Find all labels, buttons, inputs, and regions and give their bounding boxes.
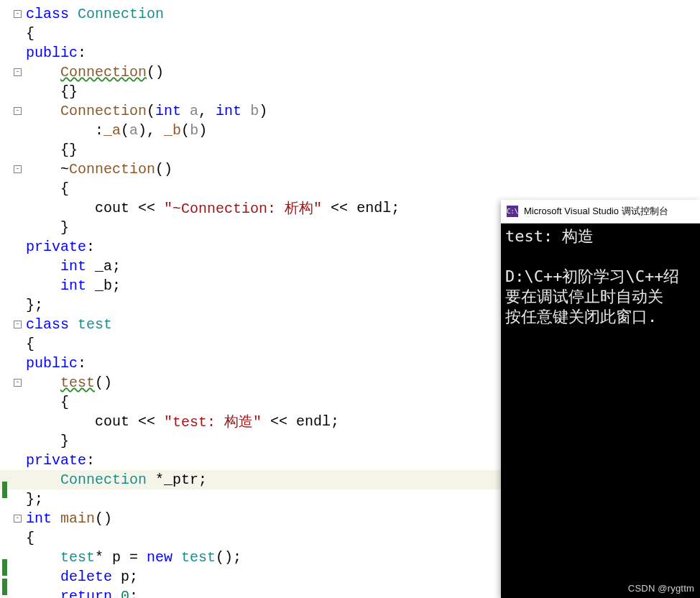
token: ( xyxy=(121,122,129,139)
code-text[interactable]: { xyxy=(24,336,34,352)
token: return xyxy=(60,588,112,598)
token: a xyxy=(181,103,198,119)
code-text[interactable]: class test xyxy=(24,316,112,333)
code-text[interactable]: { xyxy=(24,180,69,197)
token: class xyxy=(26,316,78,333)
code-line[interactable]: :_a(a), _b(b) xyxy=(0,121,700,140)
code-text[interactable]: ~Connection() xyxy=(24,161,172,178)
code-line[interactable]: -class Connection xyxy=(0,4,700,24)
code-text[interactable]: {} xyxy=(24,142,78,158)
token: () xyxy=(155,161,172,178)
token: }; xyxy=(26,491,43,507)
code-text[interactable]: }; xyxy=(24,491,43,507)
token: test xyxy=(78,316,112,333)
code-line[interactable]: - Connection() xyxy=(0,63,700,82)
code-text[interactable]: test* p = new test(); xyxy=(24,549,241,566)
code-text[interactable]: private: xyxy=(24,239,95,255)
fold-toggle-icon[interactable]: - xyxy=(14,321,22,328)
token: cout xyxy=(26,413,138,430)
code-text[interactable]: } xyxy=(24,433,69,449)
code-text[interactable]: int _a; xyxy=(24,258,121,275)
token: : xyxy=(78,355,86,372)
code-text[interactable]: { xyxy=(24,530,34,546)
gutter: - xyxy=(0,68,24,76)
token: ; xyxy=(129,588,138,598)
token: * xyxy=(147,472,164,488)
code-line[interactable]: {} xyxy=(0,82,700,101)
code-text[interactable]: {} xyxy=(24,83,78,100)
token: ), xyxy=(138,122,164,139)
token xyxy=(262,413,270,430)
code-text[interactable]: private: xyxy=(24,452,95,469)
code-text[interactable]: Connection(int a, int b) xyxy=(24,103,267,119)
code-line[interactable]: { xyxy=(0,179,700,198)
token xyxy=(26,549,60,566)
code-text[interactable]: { xyxy=(24,25,34,42)
token: int xyxy=(155,103,181,119)
token: : xyxy=(26,122,103,139)
console-output[interactable]: test: 构造 D:\C++初阶学习\C++绍 要在调试停止时自动关 按任意键… xyxy=(501,224,700,330)
token xyxy=(26,258,60,275)
token: () xyxy=(95,510,112,527)
token xyxy=(26,103,60,119)
token: "test: 构造" xyxy=(164,412,262,431)
code-text[interactable]: class Connection xyxy=(24,6,164,22)
token xyxy=(26,374,60,391)
code-line[interactable]: { xyxy=(0,24,700,43)
token: () xyxy=(95,374,112,391)
token: _b; xyxy=(86,277,121,294)
code-text[interactable]: delete p; xyxy=(24,569,138,585)
console-app-icon: C:\ xyxy=(507,206,518,217)
code-text[interactable]: int main() xyxy=(24,510,112,527)
token: Connection xyxy=(60,472,147,488)
code-text[interactable]: Connection() xyxy=(24,64,164,80)
token: : xyxy=(86,239,95,255)
token: << xyxy=(138,413,155,430)
code-line[interactable]: public: xyxy=(0,43,700,63)
token xyxy=(112,588,121,598)
gutter: - xyxy=(0,321,24,328)
token: int xyxy=(60,277,86,294)
fold-toggle-icon[interactable]: - xyxy=(14,379,22,387)
code-text[interactable]: public: xyxy=(24,45,86,61)
token xyxy=(52,510,60,527)
code-text[interactable]: int _b; xyxy=(24,277,121,294)
code-text[interactable]: :_a(a), _b(b) xyxy=(24,122,207,139)
token: {} xyxy=(26,142,78,158)
gutter: - xyxy=(0,379,24,387)
token: endl; xyxy=(348,200,400,216)
fold-toggle-icon[interactable]: - xyxy=(14,515,22,523)
token: ) xyxy=(198,122,207,139)
code-text[interactable]: Connection *_ptr; xyxy=(24,472,207,488)
code-text[interactable]: test() xyxy=(24,374,112,391)
code-text[interactable]: public: xyxy=(24,355,86,372)
code-text[interactable]: cout << "~Connection: 析构" << endl; xyxy=(24,198,400,218)
token: ~ xyxy=(26,161,69,178)
token: : xyxy=(86,452,95,469)
code-text[interactable]: return 0; xyxy=(24,588,138,598)
token: ) xyxy=(259,103,267,119)
fold-toggle-icon[interactable]: - xyxy=(14,107,22,115)
code-text[interactable]: cout << "test: 构造" << endl; xyxy=(24,412,339,431)
token xyxy=(26,64,60,80)
fold-toggle-icon[interactable]: - xyxy=(14,68,22,76)
code-text[interactable]: { xyxy=(24,394,69,410)
console-titlebar[interactable]: C:\ Microsoft Visual Studio 调试控制台 xyxy=(501,200,700,224)
code-line[interactable]: {} xyxy=(0,140,700,160)
token: endl; xyxy=(287,413,339,430)
token: : xyxy=(78,45,86,61)
token: int xyxy=(216,103,241,119)
fold-toggle-icon[interactable]: - xyxy=(14,10,22,18)
fold-toggle-icon[interactable]: - xyxy=(14,165,22,173)
token xyxy=(155,413,164,430)
token: b xyxy=(190,122,198,139)
code-line[interactable]: - ~Connection() xyxy=(0,160,700,179)
token: p; xyxy=(112,569,138,585)
token xyxy=(26,277,60,294)
token: cout xyxy=(26,200,138,216)
code-line[interactable]: - Connection(int a, int b) xyxy=(0,101,700,121)
code-text[interactable]: } xyxy=(24,219,69,236)
debug-console-window: C:\ Microsoft Visual Studio 调试控制台 test: … xyxy=(501,200,700,598)
token: }; xyxy=(26,297,43,313)
code-text[interactable]: }; xyxy=(24,297,43,313)
